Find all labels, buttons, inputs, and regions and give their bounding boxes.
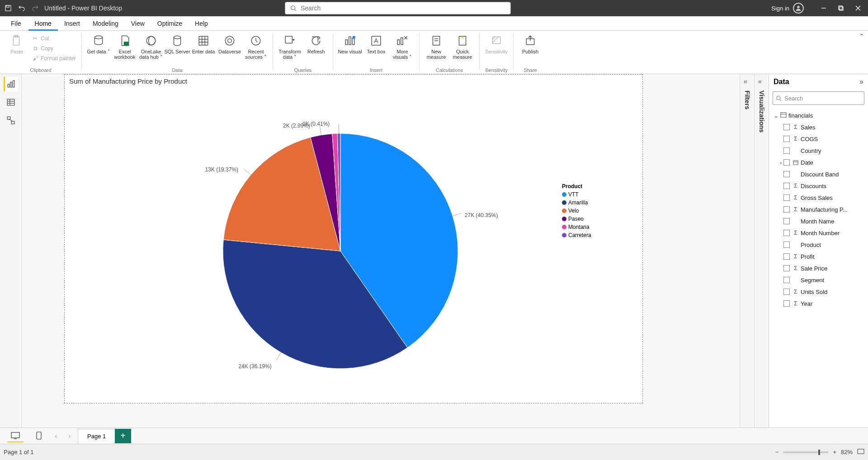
new-visual-button[interactable]: New visual [337,33,363,65]
zoom-out-button[interactable]: − [775,449,779,455]
fit-page-button[interactable] [857,449,864,455]
next-page-button[interactable]: › [65,432,74,441]
save-icon[interactable] [4,4,13,13]
new-measure-button[interactable]: New measure [423,33,449,65]
field-item[interactable]: ΣSale Price [772,262,865,274]
field-item[interactable]: Discount Band [772,168,865,180]
get-data-button[interactable]: Get data ˅ [85,33,112,65]
tab-insert[interactable]: Insert [58,16,86,31]
field-checkbox[interactable] [783,194,790,201]
field-checkbox[interactable] [783,136,790,142]
field-item[interactable]: ΣDiscounts [772,180,865,192]
global-search-input[interactable]: Search [285,2,511,14]
model-view-button[interactable] [4,113,18,128]
report-canvas[interactable]: Sum of Manufacturing Price by Product 27… [22,74,740,444]
undo-icon[interactable] [17,4,26,13]
table-node[interactable]: ⌄ financials [772,109,865,121]
tab-home[interactable]: Home [28,16,58,31]
svg-rect-26 [349,37,351,44]
redo-icon[interactable] [31,4,40,13]
quick-measure-button[interactable]: Quick measure [449,33,476,65]
legend-item[interactable]: Carretera [562,232,591,238]
field-item[interactable]: ΣGross Sales [772,192,865,204]
add-page-button[interactable]: + [115,429,131,443]
enter-data-button[interactable]: Enter data [190,33,217,65]
report-view-button[interactable] [4,77,18,91]
field-checkbox[interactable] [783,277,790,283]
publish-button[interactable]: Publish [517,33,543,65]
field-item[interactable]: ΣManufacturing P... [772,204,865,215]
legend-label: Velo [568,208,579,214]
field-item[interactable]: ›Date [772,156,865,168]
field-item[interactable]: Month Name [772,215,865,227]
sql-server-button[interactable]: SQL Server [164,33,190,65]
field-checkbox[interactable] [783,242,790,248]
maximize-button[interactable] [835,4,847,13]
field-checkbox[interactable] [783,289,790,295]
status-bar: Page 1 of 1 − + 82% [0,444,868,460]
refresh-button[interactable]: Refresh [303,33,329,65]
paste-label: Paste [10,49,23,54]
field-checkbox[interactable] [783,300,790,307]
tab-help[interactable]: Help [189,16,214,31]
field-item[interactable]: Country [772,145,865,156]
field-item[interactable]: Product [772,239,865,251]
field-name: Discounts [801,183,826,190]
pie-visual[interactable]: Sum of Manufacturing Price by Product 27… [64,74,643,403]
zoom-in-button[interactable]: + [833,449,836,455]
visualizations-pane-collapsed[interactable]: « Visualizations [754,74,769,444]
close-button[interactable] [852,4,864,13]
svg-point-2 [291,6,295,10]
field-item[interactable]: ΣProfit [772,251,865,262]
field-checkbox[interactable] [783,206,790,213]
field-checkbox[interactable] [783,253,790,260]
field-checkbox[interactable] [783,218,790,224]
legend-item[interactable]: Paseo [562,216,591,222]
more-visuals-button[interactable]: More visuals ˅ [389,33,415,65]
minimize-button[interactable] [817,4,830,13]
filters-pane-collapsed[interactable]: « Filters [740,74,754,444]
dataverse-button[interactable]: Dataverse [217,33,243,65]
field-item[interactable]: ΣSales [772,121,865,133]
collapse-ribbon-button[interactable]: ⌃ [859,33,864,40]
field-name: Date [801,159,813,166]
tab-modeling[interactable]: Modeling [86,16,125,31]
field-item[interactable]: ΣMonth Number [772,227,865,239]
field-item[interactable]: ΣYear [772,298,865,309]
field-item[interactable]: Segment [772,274,865,286]
legend-item[interactable]: Amarilla [562,199,591,206]
text-box-button[interactable]: A Text box [363,33,389,65]
sign-in-link[interactable]: Sign in [771,5,789,12]
field-checkbox[interactable] [783,265,790,271]
excel-workbook-button[interactable]: Excel workbook [112,33,138,65]
field-checkbox[interactable] [783,230,790,236]
desktop-layout-button[interactable] [7,430,24,442]
data-search-input[interactable]: Search [773,91,864,105]
table-view-button[interactable] [4,95,18,109]
tab-view[interactable]: View [125,16,151,31]
recent-sources-button[interactable]: Recent sources ˅ [243,33,269,65]
tab-file[interactable]: File [4,16,28,31]
chevron-left-icon: « [744,78,747,85]
tab-optimize[interactable]: Optimize [151,16,189,31]
field-checkbox[interactable] [783,159,790,166]
field-checkbox[interactable] [783,183,790,189]
field-item[interactable]: ΣUnits Sold [772,286,865,298]
legend-item[interactable]: Velo [562,208,591,214]
legend-item[interactable]: VTT [562,191,591,198]
zoom-slider[interactable] [783,451,828,453]
field-checkbox[interactable] [783,124,790,130]
legend-item[interactable]: Montana [562,224,591,230]
user-avatar-icon[interactable] [793,3,804,14]
enter-data-label: Enter data [192,49,215,54]
field-item[interactable]: ΣCOGS [772,133,865,145]
transform-data-button[interactable]: Transform data ˅ [277,33,303,65]
mobile-layout-button[interactable] [31,430,47,442]
prev-page-button[interactable]: ‹ [52,432,61,441]
onelake-hub-button[interactable]: OneLake data hub ˅ [138,33,164,65]
expand-pane-icon[interactable]: » [859,78,863,86]
svg-rect-32 [401,38,403,45]
field-checkbox[interactable] [783,147,790,154]
page-tab[interactable]: Page 1 [78,429,115,443]
field-checkbox[interactable] [783,171,790,177]
